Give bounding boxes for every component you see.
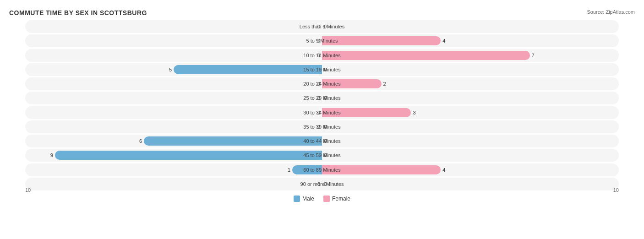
bar-label: 40 to 44 Minutes xyxy=(303,138,340,144)
male-value: 0 xyxy=(317,81,320,87)
bar-row-bg: 20 to 24 Minutes02 xyxy=(25,77,619,90)
male-bar xyxy=(55,151,322,160)
female-bar xyxy=(322,51,530,60)
male-value: 0 xyxy=(317,181,320,187)
legend-male: Male xyxy=(294,196,314,202)
female-value: 3 xyxy=(413,110,415,115)
bar-row-bg: 10 to 14 Minutes07 xyxy=(25,49,619,62)
bar-row-bg: 25 to 29 Minutes00 xyxy=(25,92,619,104)
male-value: 0 xyxy=(317,95,320,101)
bar-label: 25 to 29 Minutes xyxy=(303,95,340,101)
axis-left-label: 10 xyxy=(25,187,31,193)
bottom-axis: 10 10 xyxy=(25,187,619,193)
female-swatch xyxy=(323,196,330,202)
bar-label: 30 to 34 Minutes xyxy=(303,110,340,115)
bar-label: 20 to 24 Minutes xyxy=(303,81,340,87)
male-swatch xyxy=(294,196,300,202)
female-value: 4 xyxy=(442,167,445,173)
bar-label: 45 to 59 Minutes xyxy=(303,152,340,158)
female-value: 0 xyxy=(324,24,327,29)
bar-row-bg: 35 to 39 Minutes00 xyxy=(25,120,619,133)
bar-row-bg: 40 to 44 Minutes60 xyxy=(25,135,619,147)
male-bar xyxy=(144,136,322,146)
legend-female-label: Female xyxy=(332,196,350,202)
female-value: 0 xyxy=(324,67,327,72)
bar-row: 25 to 29 Minutes00 xyxy=(25,92,619,104)
female-value: 7 xyxy=(532,53,535,58)
chart-area: Less than 5 Minutes005 to 9 Minutes0410 … xyxy=(9,20,635,204)
bar-label: 35 to 39 Minutes xyxy=(303,124,340,130)
female-value: 0 xyxy=(324,181,327,187)
male-value: 0 xyxy=(317,24,320,29)
bar-row-bg: 15 to 19 Minutes50 xyxy=(25,63,619,76)
bar-label: 5 to 9 Minutes xyxy=(306,38,338,43)
female-value: 0 xyxy=(324,124,327,130)
male-value: 9 xyxy=(50,152,53,158)
bar-row: 10 to 14 Minutes07 xyxy=(25,49,619,62)
bar-row: 60 to 89 Minutes14 xyxy=(25,163,619,176)
female-value: 0 xyxy=(324,138,327,144)
bar-label: 10 to 14 Minutes xyxy=(303,53,340,58)
bar-row: 20 to 24 Minutes02 xyxy=(25,77,619,90)
female-value: 4 xyxy=(442,38,445,43)
female-bar xyxy=(322,36,441,45)
male-value: 6 xyxy=(139,138,142,144)
male-value: 0 xyxy=(317,124,320,130)
bar-label: 90 or more Minutes xyxy=(300,181,344,187)
female-value: 0 xyxy=(324,95,327,101)
bar-row-bg: 60 to 89 Minutes14 xyxy=(25,163,619,176)
bar-row: 15 to 19 Minutes50 xyxy=(25,63,619,76)
bar-row: 45 to 59 Minutes90 xyxy=(25,149,619,162)
legend-female: Female xyxy=(323,196,350,202)
female-value: 2 xyxy=(383,81,386,87)
chart-container: COMMUTE TIME BY SEX IN SCOTTSBURG Source… xyxy=(0,0,644,239)
male-value: 0 xyxy=(317,38,320,43)
bar-label: 60 to 89 Minutes xyxy=(303,167,340,173)
bar-label: Less than 5 Minutes xyxy=(300,24,344,29)
bars-area: Less than 5 Minutes005 to 9 Minutes0410 … xyxy=(25,20,619,190)
male-value: 5 xyxy=(169,67,172,72)
legend: Male Female xyxy=(9,196,635,202)
male-value: 1 xyxy=(288,167,290,173)
bar-row: 35 to 39 Minutes00 xyxy=(25,120,619,133)
bar-row: 30 to 34 Minutes03 xyxy=(25,106,619,119)
bar-label: 15 to 19 Minutes xyxy=(303,67,340,72)
bar-row-bg: 45 to 59 Minutes90 xyxy=(25,149,619,162)
bar-row-bg: 5 to 9 Minutes04 xyxy=(25,34,619,47)
bar-row: Less than 5 Minutes00 xyxy=(25,20,619,33)
legend-male-label: Male xyxy=(302,196,314,202)
chart-title: COMMUTE TIME BY SEX IN SCOTTSBURG xyxy=(9,9,635,16)
axis-right-label: 10 xyxy=(613,187,619,193)
bar-row-bg: 30 to 34 Minutes03 xyxy=(25,106,619,119)
male-value: 0 xyxy=(317,53,320,58)
bar-row: 40 to 44 Minutes60 xyxy=(25,135,619,147)
source-text: Source: ZipAtlas.com xyxy=(587,9,635,15)
female-value: 0 xyxy=(324,152,327,158)
bar-row: 5 to 9 Minutes04 xyxy=(25,34,619,47)
male-value: 0 xyxy=(317,110,320,115)
bar-row-bg: Less than 5 Minutes00 xyxy=(25,20,619,33)
male-bar xyxy=(174,65,322,74)
